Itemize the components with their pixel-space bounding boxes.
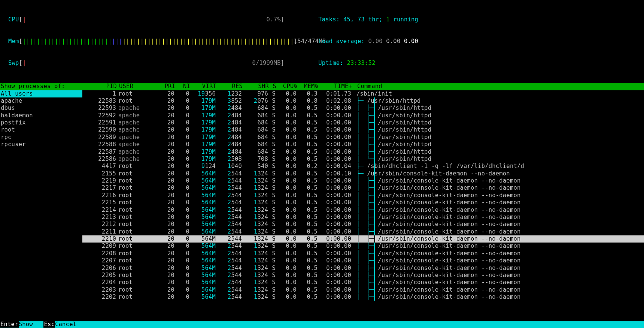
process-command: /sbin/init — [351, 90, 392, 97]
table-row[interactable]: 22583root200179M38522076S0.00.80:02.08├─… — [82, 97, 644, 105]
process-command: │ ├─ /usr/sbin/console-kit-daemon --no-d… — [351, 177, 520, 184]
table-row[interactable]: 2216root200564M25441324S0.00.50:00.00│ ├… — [82, 192, 644, 199]
col-mem[interactable]: MEM% — [297, 83, 318, 90]
table-row[interactable]: 2208root200564M25441324S0.00.50:00.00│ ├… — [82, 250, 644, 257]
column-labels: PIDUSERPRINIVIRTRESSHRSCPU%MEM%TIME+Comm… — [83, 83, 644, 90]
col-virt[interactable]: VIRT — [190, 83, 216, 90]
process-command: ├─ /sbin/dhclient -1 -q -lf /var/lib/dhc… — [351, 163, 524, 170]
table-row[interactable]: 22593apache200179M2484684S0.00.50:00.00│… — [82, 105, 644, 112]
table-row[interactable]: 22588apache200179M2484684S0.00.50:00.00│… — [82, 141, 644, 148]
swp-label: Swp — [8, 60, 19, 66]
meters-block: CPU[|0.7%] Mem[|||||||||||||||||||||||||… — [8, 1, 297, 81]
sidebar-item-root[interactable]: root — [0, 126, 82, 133]
sidebar-item-all-users[interactable]: All users — [0, 90, 82, 97]
table-row[interactable]: 2217root200564M25441324S0.00.50:00.00│ ├… — [82, 184, 644, 192]
col-user[interactable]: USER — [117, 83, 157, 90]
sidebar-item-label: rpc — [1, 134, 12, 141]
table-row[interactable]: 2205root200564M25441324S0.00.50:00.00│ ├… — [82, 272, 644, 279]
table-row[interactable]: 22592apache200179M2484684S0.00.50:00.00│… — [82, 112, 644, 119]
table-row[interactable]: 2202root200564M25441324S0.00.50:00.00│ ├… — [82, 294, 644, 301]
col-pid[interactable]: PID — [83, 83, 117, 90]
col-res[interactable]: RES — [216, 83, 243, 90]
col-shr[interactable]: SHR — [243, 83, 269, 90]
tree-vertical-bar — [374, 272, 375, 279]
process-command: │ ├─ /usr/sbin/console-kit-daemon --no-d… — [351, 192, 520, 199]
col-ni[interactable]: NI — [175, 83, 190, 90]
table-row[interactable]: 2210root200564M25441324S0.00.50:00.00│ ├… — [82, 235, 644, 243]
cpu-value: 0.7% — [26, 16, 281, 23]
process-command: │ ├─ /usr/sbin/console-kit-daemon --no-d… — [351, 250, 520, 257]
tree-vertical-bar — [374, 163, 375, 170]
sidebar-item-label: dbus — [1, 105, 15, 111]
tree-vertical-bar — [374, 214, 375, 221]
table-row[interactable]: 4417root20091241040540S0.00.20:00.04├─ /… — [82, 163, 644, 170]
table-row[interactable]: 2155root200564M25441324S0.00.50:00.10├─ … — [82, 170, 644, 177]
process-command: │ ├─ /usr/sbin/httpd — [351, 105, 431, 112]
sidebar-item-label: haldaemon — [1, 112, 33, 119]
sidebar-item-label: root — [1, 126, 15, 133]
process-command: │ ├─ /usr/sbin/httpd — [351, 148, 431, 156]
tree-vertical-bar — [374, 97, 375, 105]
swp-value: 0/1999MB — [26, 60, 281, 67]
tree-vertical-bar — [374, 250, 375, 257]
tree-vertical-bar — [374, 257, 375, 264]
process-command: │ ├─ /usr/sbin/httpd — [351, 126, 431, 133]
table-row[interactable]: 22589apache200179M2484684S0.00.50:00.00│… — [82, 134, 644, 141]
body: All usersapachedbushaldaemonpostfixrootr… — [0, 90, 644, 301]
process-command: │ ├─ /usr/sbin/console-kit-daemon --no-d… — [351, 257, 520, 264]
cpu-meter: CPU[|0.7%] — [8, 16, 297, 23]
user-filter-sidebar: All usersapachedbushaldaemonpostfixrootr… — [0, 90, 82, 301]
table-row[interactable]: 2219root200564M25441324S0.00.50:00.00│ ├… — [82, 177, 644, 184]
table-row[interactable]: 2212root200564M25441324S0.00.50:00.00│ ├… — [82, 221, 644, 228]
mem-bar: ||||||||||||||||||||||||||||||||||||||||… — [22, 38, 294, 45]
process-command: │ ├─ /usr/sbin/console-kit-daemon --no-d… — [351, 243, 520, 250]
table-row[interactable]: 2215root200564M25441324S0.00.50:00.00│ ├… — [82, 199, 644, 206]
table-row[interactable]: 2213root200564M25441324S0.00.50:00.00│ ├… — [82, 214, 644, 221]
load-line: Load average: 0.00 0.00 0.00 — [318, 38, 418, 45]
process-command: │ ├─ /usr/sbin/httpd — [351, 112, 431, 119]
process-command: │ ├─ /usr/sbin/console-kit-daemon --no-d… — [351, 272, 520, 279]
tree-vertical-bar — [374, 294, 375, 301]
tree-vertical-bar — [374, 177, 375, 184]
table-row[interactable]: 1root200193561232976S0.00.30:01.73/sbin/… — [82, 90, 644, 97]
cpu-label: CPU — [8, 16, 19, 23]
tree-vertical-bar — [374, 148, 375, 156]
table-row[interactable]: 2209root200564M25441324S0.00.50:00.00│ ├… — [82, 243, 644, 250]
table-row[interactable]: 2211root200564M25441324S0.00.50:00.00│ ├… — [82, 228, 644, 235]
sidebar-item-label: All users — [1, 90, 33, 97]
table-row[interactable]: 22587apache200179M2484684S0.00.50:00.00│… — [82, 148, 644, 156]
col-s[interactable]: S — [269, 83, 276, 90]
table-row[interactable]: 2207root200564M25441324S0.00.50:00.00│ ├… — [82, 257, 644, 264]
tree-vertical-bar — [374, 243, 375, 250]
col-pri[interactable]: PRI — [157, 83, 175, 90]
tasks-line: Tasks: 45, 73 thr; 1 running — [318, 16, 418, 23]
tree-vertical-bar — [374, 156, 375, 163]
sidebar-item-rpc[interactable]: rpc — [0, 134, 82, 141]
table-row[interactable]: 2204root200564M25441324S0.00.50:00.00│ ├… — [82, 279, 644, 286]
col-cmd[interactable]: Command — [352, 83, 382, 90]
table-row[interactable]: 2206root200564M25441324S0.00.50:00.00│ ├… — [82, 265, 644, 272]
mem-meter: Mem[||||||||||||||||||||||||||||||||||||… — [8, 38, 297, 45]
sidebar-item-rpcuser[interactable]: rpcuser — [0, 141, 82, 148]
sidebar-item-postfix[interactable]: postfix — [0, 119, 82, 126]
table-row[interactable]: 2203root200564M25441324S0.00.50:00.00│ ├… — [82, 286, 644, 294]
tree-vertical-bar — [374, 119, 375, 126]
sidebar-item-haldaemon[interactable]: haldaemon — [0, 112, 82, 119]
uptime-line: Uptime: 23:33:52 — [318, 60, 418, 67]
tree-vertical-bar — [374, 265, 375, 272]
tree-vertical-bar — [374, 141, 375, 148]
process-command: ├─ /usr/sbin/httpd — [351, 97, 421, 105]
tree-vertical-bar — [374, 221, 375, 228]
table-row[interactable]: 22591apache200179M2484684S0.00.50:00.00│… — [82, 119, 644, 126]
col-time[interactable]: TIME+ — [318, 83, 352, 90]
swp-bar: | — [22, 60, 26, 66]
table-row[interactable]: 22590apache200179M2484684S0.00.50:00.00│… — [82, 126, 644, 133]
col-cpu[interactable]: CPU% — [276, 83, 297, 90]
tree-vertical-bar — [374, 286, 375, 294]
table-row[interactable]: 22586apache200179M2508708S0.00.50:00.00│… — [82, 156, 644, 163]
sidebar-item-apache[interactable]: apache — [0, 97, 82, 105]
sidebar-item-dbus[interactable]: dbus — [0, 105, 82, 112]
process-command: │ ├─ /usr/sbin/httpd — [351, 119, 431, 126]
table-row[interactable]: 2214root200564M25441324S0.00.50:00.00│ ├… — [82, 207, 644, 214]
process-command: │ ├─ /usr/sbin/httpd — [351, 141, 431, 148]
